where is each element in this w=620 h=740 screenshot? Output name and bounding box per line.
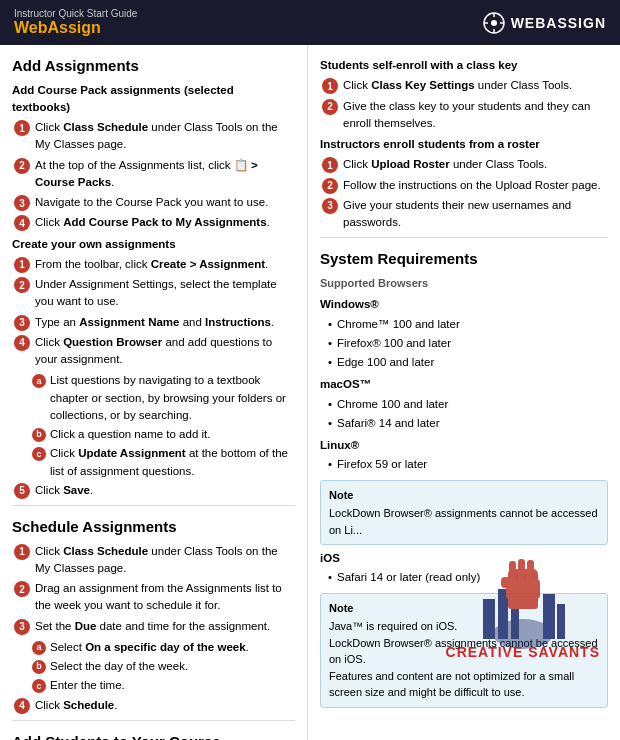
step-number: 2: [14, 277, 30, 293]
step-number: 2: [14, 581, 30, 597]
step-number: 3: [14, 315, 30, 331]
linux-title: Linux®: [320, 437, 608, 454]
list-item: Firefox® 100 and later: [328, 335, 608, 352]
step-alpha: c: [32, 447, 46, 461]
enroll-roster-title: Instructors enroll students from a roste…: [320, 136, 608, 153]
schedule-step4-list: 4 Click Schedule.: [12, 697, 295, 714]
step-item: 1 Click Class Key Settings under Class T…: [322, 77, 608, 94]
step-text: Click Class Schedule under Class Tools o…: [35, 543, 295, 578]
step-item: 4 Click Add Course Pack to My Assignment…: [14, 214, 295, 231]
step-number: 3: [322, 198, 338, 214]
step-text: Click Schedule.: [35, 697, 295, 714]
list-item: Edge 100 and later: [328, 354, 608, 371]
step-item: 5 Click Save.: [14, 482, 295, 499]
ios-title: iOS: [320, 550, 608, 567]
note-line-2: LockDown Browser® assignments cannot be …: [329, 635, 599, 668]
step-item: 1 Click Class Schedule under Class Tools…: [14, 543, 295, 578]
divider: [12, 505, 295, 506]
step-number: 4: [14, 215, 30, 231]
step-item: 3 Give your students their new usernames…: [322, 197, 608, 232]
system-req-title: System Requirements: [320, 248, 608, 271]
step-text: Click Class Schedule under Class Tools o…: [35, 119, 295, 154]
step-number: 5: [14, 483, 30, 499]
step-text: From the toolbar, click Create > Assignm…: [35, 256, 295, 273]
right-column: Students self-enroll with a class key 1 …: [308, 45, 620, 740]
list-item: Safari® 14 and later: [328, 415, 608, 432]
header-logo-text: WEBASSIGN: [511, 15, 606, 31]
windows-title: Windows®: [320, 296, 608, 313]
step-text: Click Save.: [35, 482, 295, 499]
step-alpha: b: [32, 660, 46, 674]
step-item: 3 Set the Due date and time for the assi…: [14, 618, 295, 635]
note-box-2: Note Java™ is required on iOS. LockDown …: [320, 593, 608, 708]
step-item: 1 Click Upload Roster under Class Tools.: [322, 156, 608, 173]
step-item: 1 Click Class Schedule under Class Tools…: [14, 119, 295, 154]
step-number: 3: [14, 195, 30, 211]
sub-step-text: Select the day of the week.: [50, 658, 295, 675]
note-box-1: Note LockDown Browser® assignments canno…: [320, 480, 608, 546]
step-alpha: a: [32, 641, 46, 655]
step-number: 4: [14, 698, 30, 714]
step-number: 2: [322, 178, 338, 194]
add-assignments-title: Add Assignments: [12, 55, 295, 78]
step-item: 4 Click Schedule.: [14, 697, 295, 714]
step-item: 2 Follow the instructions on the Upload …: [322, 177, 608, 194]
webassign-logo-icon: [483, 12, 505, 34]
note-line-3: Features and content are not optimized f…: [329, 668, 599, 701]
sub-step-text: Click Update Assignment at the bottom of…: [50, 445, 295, 480]
step-text: Click Class Key Settings under Class Too…: [343, 77, 608, 94]
step-text: Click Add Course Pack to My Assignments.: [35, 214, 295, 231]
course-pack-steps: 1 Click Class Schedule under Class Tools…: [12, 119, 295, 232]
step-item: 2 Give the class key to your students an…: [322, 98, 608, 133]
linux-list: Firefox 59 or later: [320, 456, 608, 473]
sub-step-item: a List questions by navigating to a text…: [32, 372, 295, 424]
step5-list: 5 Click Save.: [12, 482, 295, 499]
svg-point-1: [491, 20, 497, 26]
step-text: Navigate to the Course Pack you want to …: [35, 194, 295, 211]
step-alpha: b: [32, 428, 46, 442]
content: Add Assignments Add Course Pack assignme…: [0, 45, 620, 740]
header-right: WEBASSIGN: [483, 12, 606, 34]
step-number: 1: [14, 544, 30, 560]
step-item: 3 Navigate to the Course Pack you want t…: [14, 194, 295, 211]
divider: [320, 237, 608, 238]
step-text: Drag an assignment from the Assignments …: [35, 580, 295, 615]
step-item: 2 Drag an assignment from the Assignment…: [14, 580, 295, 615]
create-own-steps: 1 From the toolbar, click Create > Assig…: [12, 256, 295, 369]
sub-step-item: b Select the day of the week.: [32, 658, 295, 675]
step-number: 1: [322, 157, 338, 173]
list-item: Safari 14 or later (read only): [328, 569, 608, 586]
list-item: Chrome™ 100 and later: [328, 316, 608, 333]
step-text: Click Upload Roster under Class Tools.: [343, 156, 608, 173]
step-number: 2: [14, 158, 30, 174]
sub-step-text: Enter the time.: [50, 677, 295, 694]
schedule-sub-steps: a Select On a specific day of the week. …: [12, 639, 295, 695]
header-left: Instructor Quick Start Guide WebAssign: [14, 8, 137, 37]
step-text: Give your students their new usernames a…: [343, 197, 608, 232]
create-sub-steps: a List questions by navigating to a text…: [12, 372, 295, 480]
step-item: 3 Type an Assignment Name and Instructio…: [14, 314, 295, 331]
step-item: 2 At the top of the Assignments list, cl…: [14, 157, 295, 192]
step-number: 3: [14, 619, 30, 635]
step-alpha: c: [32, 679, 46, 693]
course-pack-subtitle: Add Course Pack assignments (selected te…: [12, 82, 295, 117]
self-enroll-title: Students self-enroll with a class key: [320, 57, 608, 74]
windows-list: Chrome™ 100 and later Firefox® 100 and l…: [320, 316, 608, 372]
header-subtitle: Instructor Quick Start Guide: [14, 8, 137, 19]
step-number: 1: [14, 257, 30, 273]
self-enroll-steps: 1 Click Class Key Settings under Class T…: [320, 77, 608, 132]
add-students-title: Add Students to Your Course: [12, 731, 295, 740]
step-number: 4: [14, 335, 30, 351]
note-text-1: LockDown Browser® assignments cannot be …: [329, 505, 599, 538]
macos-list: Chrome 100 and later Safari® 14 and late…: [320, 396, 608, 433]
step-item: 1 From the toolbar, click Create > Assig…: [14, 256, 295, 273]
note-line-1: Java™ is required on iOS.: [329, 618, 599, 635]
create-own-subtitle: Create your own assignments: [12, 236, 295, 253]
sub-step-item: c Click Update Assignment at the bottom …: [32, 445, 295, 480]
sub-step-item: a Select On a specific day of the week.: [32, 639, 295, 656]
header: Instructor Quick Start Guide WebAssign W…: [0, 0, 620, 45]
step-number: 1: [14, 120, 30, 136]
schedule-steps: 1 Click Class Schedule under Class Tools…: [12, 543, 295, 635]
header-title: WebAssign: [14, 19, 137, 37]
list-item: Chrome 100 and later: [328, 396, 608, 413]
